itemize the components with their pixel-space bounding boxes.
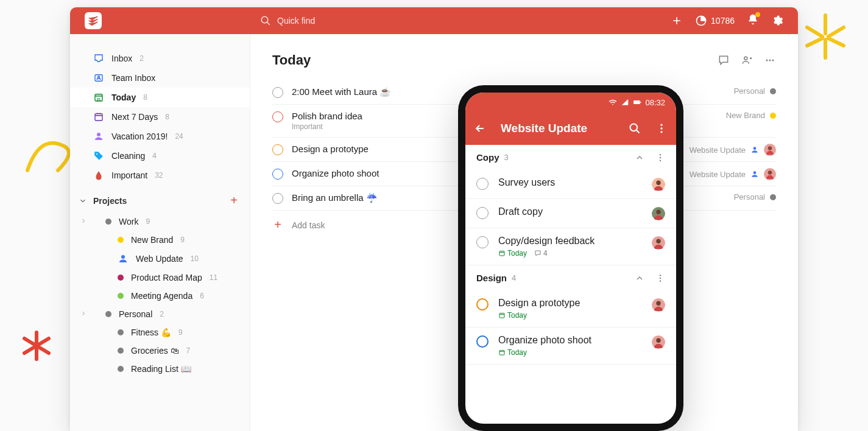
phone-task-title: Copy/design feedback bbox=[498, 236, 642, 247]
phone-task-row[interactable]: Organize photo shootToday bbox=[465, 328, 676, 365]
search-icon[interactable] bbox=[629, 122, 641, 135]
svg-point-9 bbox=[121, 255, 125, 259]
project-color-dot bbox=[770, 113, 776, 119]
svg-point-14 bbox=[753, 147, 757, 150]
phone-section-header[interactable]: Copy3 bbox=[465, 145, 676, 170]
share-icon[interactable] bbox=[741, 54, 753, 67]
phone-section-header[interactable]: Design4 bbox=[465, 265, 676, 290]
project-label: Meeting Agenda bbox=[131, 291, 192, 301]
svg-point-19 bbox=[768, 170, 772, 175]
chevron-right-icon bbox=[80, 217, 87, 226]
task-project-meta: Website Update bbox=[690, 168, 776, 180]
karma-count: 10786 bbox=[711, 16, 735, 26]
sidebar-today[interactable]: 21 Today 8 bbox=[70, 88, 250, 107]
topbar: Quick find 10786 bbox=[70, 7, 798, 34]
section-name: Copy bbox=[476, 152, 499, 163]
sidebar-project[interactable]: Fitness 💪9 bbox=[70, 323, 250, 342]
main-header: Today bbox=[272, 52, 776, 68]
project-count: 9 bbox=[146, 217, 150, 226]
logo[interactable] bbox=[85, 12, 102, 29]
sidebar-item-count: 8 bbox=[143, 93, 147, 102]
svg-point-8 bbox=[96, 153, 97, 155]
svg-point-7 bbox=[97, 133, 101, 136]
task-checkbox[interactable] bbox=[272, 169, 283, 180]
quick-find[interactable]: Quick find bbox=[260, 15, 315, 26]
chevron-up-icon[interactable] bbox=[635, 153, 644, 163]
project-label: New Brand bbox=[131, 235, 173, 245]
calendar-icon bbox=[498, 250, 506, 257]
sidebar-label-cleaning[interactable]: Cleaning 4 bbox=[70, 146, 250, 166]
notifications-button[interactable] bbox=[747, 13, 759, 28]
project-color-dot bbox=[118, 348, 124, 354]
task-checkbox[interactable] bbox=[476, 298, 489, 310]
phone-task-title: Organize photo shoot bbox=[498, 335, 642, 346]
phone-header-title: Website Update bbox=[501, 122, 614, 135]
sidebar-filter-vacation[interactable]: Vacation 2019! 24 bbox=[70, 127, 250, 146]
svg-point-38 bbox=[660, 280, 661, 281]
task-checkbox[interactable] bbox=[272, 111, 283, 122]
comment-count: 4 bbox=[543, 249, 548, 258]
sidebar-project[interactable]: Personal2 bbox=[70, 305, 250, 323]
svg-point-35 bbox=[656, 239, 660, 244]
decoration-star bbox=[18, 328, 55, 364]
add-task-icon[interactable] bbox=[671, 15, 683, 27]
svg-point-32 bbox=[656, 210, 660, 214]
section-count: 4 bbox=[512, 273, 516, 282]
settings-icon[interactable] bbox=[771, 15, 783, 27]
task-project-meta: Personal bbox=[734, 192, 776, 201]
svg-point-11 bbox=[766, 60, 768, 61]
svg-point-24 bbox=[660, 127, 662, 129]
phone-status-bar: 08:32 bbox=[465, 93, 676, 112]
task-checkbox[interactable] bbox=[272, 87, 283, 98]
project-color-dot bbox=[770, 88, 776, 94]
sidebar-project[interactable]: Groceries 🛍7 bbox=[70, 342, 250, 360]
sidebar-projects-header[interactable]: Projects + bbox=[70, 189, 250, 212]
task-checkbox[interactable] bbox=[272, 144, 283, 155]
project-label: Reading List 📖 bbox=[131, 364, 191, 374]
more-vert-icon[interactable] bbox=[655, 153, 665, 163]
assignee-avatar bbox=[652, 236, 665, 250]
add-project-button[interactable]: + bbox=[230, 194, 238, 208]
sidebar-next-7-days[interactable]: Next 7 Days 8 bbox=[70, 107, 250, 127]
task-checkbox[interactable] bbox=[476, 236, 489, 248]
karma-score[interactable]: 10786 bbox=[695, 15, 735, 27]
sidebar-project[interactable]: Meeting Agenda6 bbox=[70, 287, 250, 305]
phone-task-title: Survey users bbox=[498, 177, 642, 188]
phone-task-row[interactable]: Survey users bbox=[465, 170, 676, 199]
project-label: Groceries 🛍 bbox=[131, 346, 179, 356]
topbar-actions: 10786 bbox=[671, 13, 783, 28]
more-vert-icon[interactable] bbox=[655, 122, 668, 135]
project-label: Fitness 💪 bbox=[131, 328, 171, 337]
assignee-avatar bbox=[652, 298, 665, 312]
task-project-meta: New Brand bbox=[726, 111, 776, 120]
sidebar-project[interactable]: Web Update10 bbox=[70, 249, 250, 268]
task-checkbox[interactable] bbox=[272, 193, 283, 204]
app-window: Quick find 10786 Inbox 2 Tea bbox=[70, 7, 798, 431]
sidebar-filter-important[interactable]: Important 32 bbox=[70, 166, 250, 185]
sidebar-project[interactable]: Product Road Map11 bbox=[70, 268, 250, 287]
more-vert-icon[interactable] bbox=[655, 273, 665, 283]
sidebar-project[interactable]: New Brand9 bbox=[70, 231, 250, 249]
svg-point-17 bbox=[753, 171, 757, 174]
task-checkbox[interactable] bbox=[476, 207, 489, 219]
chevron-up-icon[interactable] bbox=[635, 273, 644, 283]
comments-icon[interactable] bbox=[718, 54, 730, 67]
add-task-label: Add task bbox=[292, 220, 325, 230]
task-checkbox[interactable] bbox=[476, 335, 489, 348]
phone-task-title: Draft copy bbox=[498, 206, 642, 217]
sidebar-project[interactable]: Reading List 📖 bbox=[70, 360, 250, 378]
svg-rect-6 bbox=[95, 114, 102, 121]
sidebar-team-inbox[interactable]: Team Inbox bbox=[70, 68, 250, 88]
phone-task-row[interactable]: Draft copy bbox=[465, 199, 676, 228]
notification-dot bbox=[755, 12, 760, 17]
phone-body[interactable]: Copy3Survey usersDraft copyCopy/design f… bbox=[465, 145, 676, 424]
search-icon bbox=[260, 15, 271, 26]
svg-point-26 bbox=[660, 154, 661, 155]
task-checkbox[interactable] bbox=[476, 178, 489, 190]
more-icon[interactable] bbox=[764, 54, 776, 67]
phone-task-row[interactable]: Copy/design feedbackToday4 bbox=[465, 228, 676, 265]
sidebar-project[interactable]: Work9 bbox=[70, 212, 250, 231]
back-arrow-icon[interactable] bbox=[474, 122, 486, 135]
sidebar-inbox[interactable]: Inbox 2 bbox=[70, 49, 250, 68]
phone-task-row[interactable]: Design a prototypeToday bbox=[465, 290, 676, 328]
